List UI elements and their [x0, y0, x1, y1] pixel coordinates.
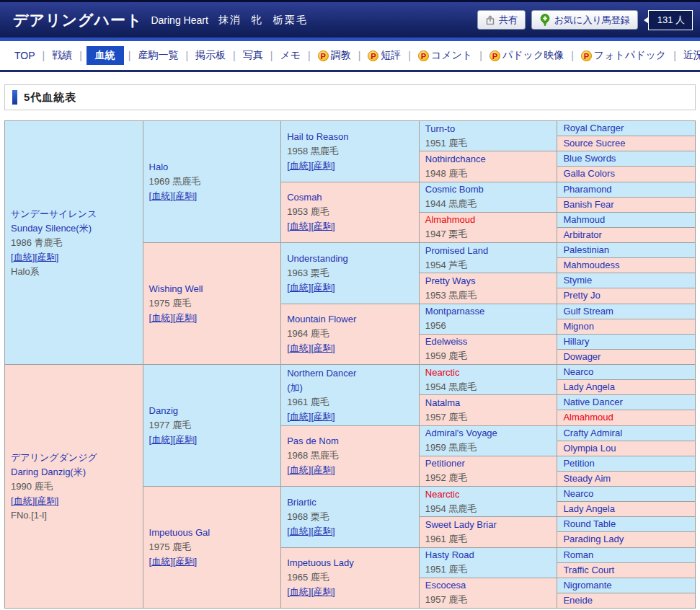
tab-メモ[interactable]: メモ	[277, 47, 304, 64]
horse-name-link[interactable]: Mahmoudess	[563, 258, 692, 273]
blood-link[interactable]: 血統	[290, 526, 309, 536]
offspring-link[interactable]: 産駒	[175, 190, 194, 201]
offspring-link[interactable]: 産駒	[314, 464, 332, 475]
horse-name-link[interactable]: Hasty Road	[425, 548, 554, 562]
horse-name-link[interactable]: Almahmoud	[425, 213, 554, 227]
share-button[interactable]: 共有	[477, 10, 526, 30]
tab-TOP[interactable]: TOP	[12, 48, 38, 63]
horse-name-link[interactable]: Galla Colors	[563, 167, 692, 181]
blood-link[interactable]: 血統	[290, 282, 309, 293]
tab-戦績[interactable]: 戦績	[49, 47, 75, 64]
horse-name-link[interactable]: Pas de Nom	[287, 434, 416, 448]
horse-name-link[interactable]: Cosmah	[287, 190, 416, 205]
offspring-link[interactable]: 産駒	[175, 434, 194, 445]
horse-name-link[interactable]: Nearctic	[425, 487, 554, 502]
tab-血統[interactable]: 血統	[87, 46, 124, 65]
blood-link[interactable]: 血統	[151, 312, 170, 323]
horse-name-link[interactable]: Native Dancer	[563, 395, 692, 410]
horse-name-link[interactable]: Traffic Court	[563, 563, 692, 578]
horse-name-link[interactable]: Nigromante	[563, 578, 692, 593]
blood-link[interactable]: 血統	[290, 342, 309, 353]
tab-近況[interactable]: 近況	[681, 47, 700, 64]
horse-name-link[interactable]: Hillary	[563, 335, 692, 349]
horse-name-link[interactable]: サンデーサイレンス	[11, 207, 140, 221]
tab-短評[interactable]: P短評	[365, 47, 404, 64]
horse-name-en-link[interactable]: Sunday Silence(米)	[11, 221, 140, 236]
horse-name-link[interactable]: Mountain Flower	[287, 312, 416, 327]
offspring-link[interactable]: 産駒	[175, 312, 194, 323]
offspring-link[interactable]: 産駒	[314, 160, 332, 171]
offspring-link[interactable]: 産駒	[314, 586, 332, 597]
horse-name-link[interactable]: Admiral's Voyage	[425, 426, 554, 441]
offspring-link[interactable]: 産駒	[175, 556, 194, 567]
horse-name-link[interactable]: Turn-to	[425, 122, 554, 136]
offspring-link[interactable]: 産駒	[314, 221, 332, 231]
horse-name-link[interactable]: Round Table	[563, 517, 692, 531]
horse-name-link[interactable]: Lady Angela	[563, 380, 692, 394]
tab-掲示板[interactable]: 掲示板	[192, 47, 229, 64]
horse-name-link[interactable]: Blue Swords	[563, 151, 692, 166]
tab-パドック映像[interactable]: Pパドック映像	[487, 47, 567, 64]
horse-name-link[interactable]: Edelweiss	[425, 335, 554, 349]
horse-name-link[interactable]: Palestinian	[563, 243, 692, 257]
horse-name-link[interactable]: Mignon	[563, 319, 692, 334]
horse-name-link[interactable]: Halo	[149, 160, 278, 174]
horse-name-link[interactable]: Danzig	[149, 404, 278, 418]
horse-name-link[interactable]: Royal Charger	[563, 121, 692, 136]
blood-link[interactable]: 血統	[290, 464, 309, 475]
horse-name-link[interactable]: Pretty Jo	[563, 288, 692, 303]
horse-name-link[interactable]: Briartic	[287, 495, 416, 510]
horse-name-link[interactable]: Natalma	[425, 396, 554, 410]
offspring-link[interactable]: 産駒	[37, 495, 56, 506]
horse-name-link[interactable]: Pretty Ways	[425, 274, 554, 288]
horse-name-link[interactable]: Understanding	[287, 252, 416, 266]
blood-link[interactable]: 血統	[290, 160, 309, 171]
horse-name-link[interactable]: デアリングダンジグ	[11, 451, 140, 465]
horse-name-link[interactable]: Dowager	[563, 350, 692, 364]
horse-name-link[interactable]: Nearco	[563, 365, 692, 379]
horse-name-link[interactable]: Promised Land	[425, 244, 554, 258]
blood-link[interactable]: 血統	[290, 586, 309, 597]
offspring-link[interactable]: 産駒	[314, 282, 332, 293]
horse-name-link[interactable]: Mahmoud	[563, 213, 692, 227]
blood-link[interactable]: 血統	[151, 434, 170, 445]
horse-name-link[interactable]: Arbitrator	[563, 228, 692, 242]
horse-name-link[interactable]: Nothirdchance	[425, 152, 554, 167]
horse-name-link[interactable]: Gulf Stream	[563, 304, 692, 319]
horse-name-link[interactable]: Nearctic	[425, 366, 554, 380]
blood-link[interactable]: 血統	[290, 221, 309, 231]
horse-name-link[interactable]: Lady Angela	[563, 502, 692, 516]
horse-name-link[interactable]: Escocesa	[425, 578, 554, 593]
offspring-link[interactable]: 産駒	[37, 252, 56, 262]
horse-name-link[interactable]: Almahmoud	[563, 410, 692, 425]
horse-name-link[interactable]: Northern Dancer	[287, 366, 416, 381]
tab-フォトパドック[interactable]: Pフォトパドック	[578, 47, 669, 64]
horse-name-link[interactable]: Impetuous Lady	[287, 556, 416, 570]
offspring-link[interactable]: 産駒	[314, 342, 332, 353]
tab-写真[interactable]: 写真	[240, 47, 266, 64]
favorite-button[interactable]: お気に入り馬登録	[531, 10, 638, 30]
horse-name-link[interactable]: Parading Lady	[563, 532, 692, 547]
horse-name-link[interactable]: Montparnasse	[425, 304, 554, 319]
horse-name-en-link[interactable]: Daring Danzig(米)	[11, 465, 140, 479]
horse-name-link[interactable]: Sweet Lady Briar	[425, 518, 554, 532]
horse-name-link[interactable]: Pharamond	[563, 182, 692, 197]
blood-link[interactable]: 血統	[151, 190, 170, 201]
offspring-link[interactable]: 産駒	[314, 411, 332, 422]
blood-link[interactable]: 血統	[14, 495, 32, 506]
blood-link[interactable]: 血統	[151, 556, 170, 567]
horse-name-link[interactable]: Banish Fear	[563, 198, 692, 212]
horse-name-link[interactable]: Impetuous Gal	[149, 526, 278, 540]
horse-name-link[interactable]: Crafty Admiral	[563, 426, 692, 441]
tab-コメント[interactable]: Pコメント	[415, 47, 475, 64]
horse-name-link[interactable]: Olympia Lou	[563, 441, 692, 456]
horse-name-link[interactable]: Stymie	[563, 273, 692, 288]
horse-name-link[interactable]: Cosmic Bomb	[425, 182, 554, 197]
horse-name-link[interactable]: Hail to Reason	[287, 130, 416, 144]
tab-産駒一覧[interactable]: 産駒一覧	[135, 47, 181, 64]
horse-name-link[interactable]: Steady Aim	[563, 472, 692, 486]
blood-link[interactable]: 血統	[14, 252, 32, 262]
tab-調教[interactable]: P調教	[315, 47, 354, 64]
horse-name-link[interactable]: Roman	[563, 548, 692, 562]
horse-name-link[interactable]: Petitioner	[425, 456, 554, 471]
